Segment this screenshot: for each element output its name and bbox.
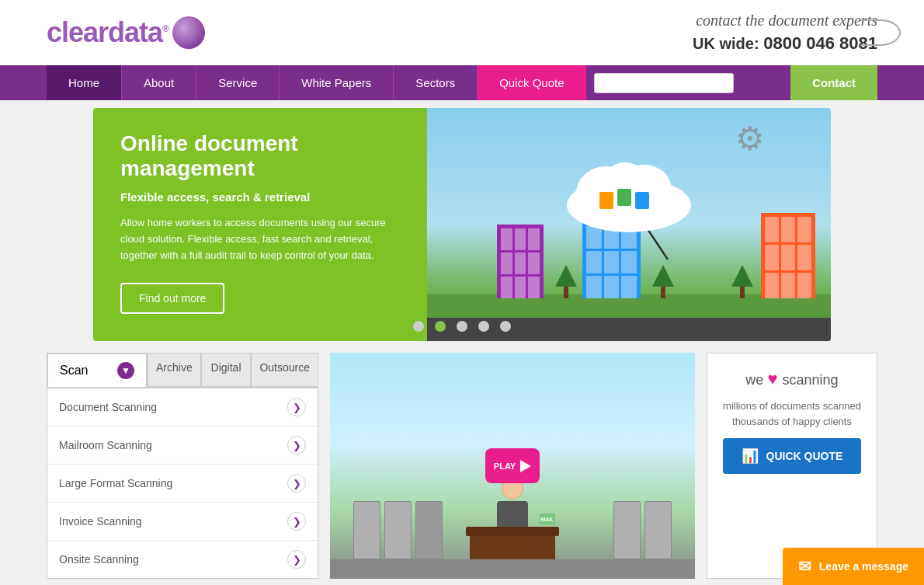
hero-cta-button[interactable]: Find out more	[120, 283, 224, 314]
love-prefix: we	[745, 372, 763, 388]
quick-quote-label: QUICK QUOTE	[766, 450, 843, 462]
scan-menu-document[interactable]: Document Scanning ❯	[47, 388, 318, 427]
cabinets-left	[353, 501, 443, 559]
tab-scan[interactable]: Scan ▼	[47, 353, 148, 387]
carousel-dots	[411, 321, 513, 332]
video-area: MAIL PLAY	[330, 353, 695, 579]
scan-item-label: Large Format Scanning	[59, 477, 172, 489]
love-title: we ♥ scanning	[745, 369, 838, 389]
hero-description: Allow home workers to access documents u…	[120, 215, 400, 263]
phone-label: UK wide:	[693, 35, 759, 52]
tree-right	[731, 265, 753, 298]
nav-bar: Home About Service White Papers Sectors …	[0, 65, 924, 100]
logo-ball	[172, 16, 205, 49]
logo-wordmark: cleardata	[47, 16, 162, 48]
tree-left	[555, 265, 577, 298]
desk-character: MAIL	[466, 523, 559, 563]
logo-text: cleardata®	[47, 16, 168, 49]
scan-item-label: Mailroom Scanning	[59, 439, 152, 451]
contact-area: contact the document experts UK wide: 08…	[693, 12, 877, 54]
scan-item-label: Document Scanning	[59, 401, 157, 413]
building-left	[497, 225, 544, 298]
hero-subtitle: Flexible access, search & retrieval	[120, 190, 400, 204]
quick-quote-button[interactable]: 📊 QUICK QUOTE	[723, 438, 861, 474]
scan-menu-invoice[interactable]: Invoice Scanning ❯	[47, 503, 318, 541]
scan-item-label: Onsite Scanning	[59, 553, 139, 566]
love-line2: thousands of happy clients	[732, 416, 852, 427]
main-content: Scan ▼ Archive Digital Outsource Documen…	[47, 353, 877, 579]
calculator-icon: 📊	[742, 447, 759, 465]
scan-section: Scan ▼ Archive Digital Outsource Documen…	[47, 353, 318, 579]
tree-center	[652, 265, 674, 298]
nav-contact[interactable]: Contact	[790, 65, 877, 100]
cabinets-right	[613, 501, 672, 559]
nav-search-area	[586, 65, 791, 100]
tab-outsource[interactable]: Outsource	[251, 353, 318, 387]
love-scan-panel: we ♥ scanning millions of documents scan…	[707, 353, 877, 579]
mail-box: MAIL	[540, 514, 555, 524]
carousel-dot-5[interactable]	[500, 321, 511, 332]
tab-archive[interactable]: Archive	[148, 353, 201, 387]
nav-sectors[interactable]: Sectors	[394, 65, 478, 100]
svg-rect-6	[635, 192, 649, 209]
heart-icon: ♥	[767, 369, 782, 388]
scan-arrow-invoice: ❯	[287, 512, 306, 531]
leave-message-label: Leave a message	[819, 560, 908, 573]
scan-arrow-document: ❯	[287, 398, 306, 416]
scan-menu-onsite[interactable]: Onsite Scanning ❯	[47, 541, 318, 578]
nav-white-papers[interactable]: White Papers	[280, 65, 394, 100]
love-description: millions of documents scanned thousands …	[723, 399, 861, 429]
nav-about[interactable]: About	[122, 65, 196, 100]
tab-scan-label: Scan	[60, 364, 88, 378]
play-label: PLAY	[494, 461, 516, 471]
leave-message-button[interactable]: ✉ Leave a message	[783, 548, 924, 585]
header: cleardata® contact the document experts …	[0, 0, 924, 65]
cloud-shape	[559, 147, 699, 235]
scan-item-label: Invoice Scanning	[59, 515, 142, 528]
nav-quick-quote[interactable]: Quick Quote	[478, 65, 585, 100]
carousel-dot-3[interactable]	[457, 321, 467, 332]
scan-arrow-large-format: ❯	[287, 474, 306, 493]
svg-rect-4	[599, 192, 613, 209]
hero-left: Online document management Flexible acce…	[93, 108, 427, 341]
logo-registered: ®	[162, 23, 168, 34]
scan-menu-mailroom[interactable]: Mailroom Scanning ❯	[47, 427, 318, 465]
tab-digital[interactable]: Digital	[201, 353, 252, 387]
scan-arrow-onsite: ❯	[287, 550, 306, 569]
carousel-dot-4[interactable]	[478, 321, 489, 332]
building-right	[761, 213, 815, 298]
gear-icon: ⚙	[735, 120, 765, 158]
hero-illustration: ⚙	[427, 108, 831, 341]
hero-banner: Online document management Flexible acce…	[47, 108, 877, 341]
message-icon: ✉	[798, 557, 811, 576]
play-button[interactable]: PLAY	[485, 448, 540, 483]
scan-menu-large-format[interactable]: Large Format Scanning ❯	[47, 465, 318, 503]
video-ground	[330, 559, 695, 579]
hero-right: ⚙	[427, 108, 831, 341]
search-input[interactable]	[594, 73, 734, 93]
scan-menu: Document Scanning ❯ Mailroom Scanning ❯ …	[47, 388, 318, 579]
logo: cleardata®	[47, 16, 205, 49]
love-line1: millions of documents scanned	[723, 400, 861, 412]
carousel-dot-1[interactable]	[413, 321, 424, 332]
scan-tab-chevron: ▼	[117, 362, 134, 379]
nav-home[interactable]: Home	[47, 65, 122, 100]
play-triangle-icon	[520, 460, 531, 472]
contact-tagline: contact the document experts	[693, 12, 877, 30]
svg-rect-5	[617, 189, 631, 206]
service-tabs: Scan ▼ Archive Digital Outsource	[47, 353, 318, 388]
hero-title: Online document management	[120, 131, 400, 181]
love-suffix: scanning	[783, 372, 839, 388]
scan-arrow-mailroom: ❯	[287, 436, 306, 454]
carousel-dot-2[interactable]	[435, 321, 446, 332]
nav-service[interactable]: Service	[196, 65, 280, 100]
contact-phone: UK wide: 0800 046 8081	[693, 33, 877, 54]
